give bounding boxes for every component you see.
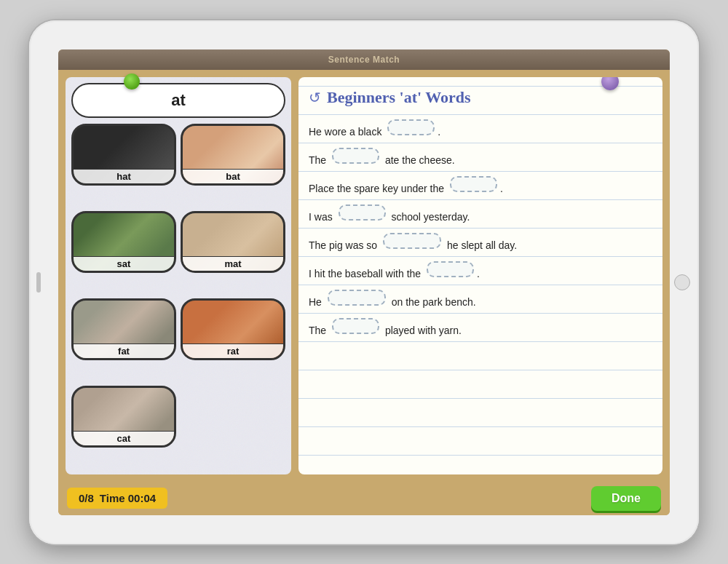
sentence-6-text-before: I hit the baseball with the	[309, 267, 424, 282]
refresh-icon[interactable]: ↺	[309, 89, 321, 106]
sentence-4-blank[interactable]	[339, 204, 386, 221]
sentence-1-text-before: He wore a black	[309, 125, 384, 140]
main-content: at hat bat sat mat	[58, 70, 670, 482]
sentence-6-text-after: .	[477, 267, 480, 282]
sentence-row-4: I was school yesterday.	[309, 202, 652, 230]
word-tile-cat[interactable]: cat	[71, 386, 176, 448]
sentence-3-text-before: Place the spare key under the	[309, 182, 447, 196]
sentence-row-6: I hit the baseball with the .	[309, 258, 652, 287]
featured-word-card[interactable]: at	[71, 83, 285, 118]
sentence-8-text-after: played with yarn.	[382, 324, 462, 338]
timer-label: Time 00:04	[100, 492, 156, 504]
word-tile-rat[interactable]: rat	[181, 298, 285, 360]
word-tile-bat-label: bat	[183, 169, 283, 183]
sentence-row-5: The pig was so he slept all day.	[309, 230, 652, 258]
word-tile-fat[interactable]: fat	[71, 298, 176, 360]
left-panel: at hat bat sat mat	[66, 77, 291, 474]
ipad-home-button[interactable]	[674, 274, 690, 290]
sentence-6-blank[interactable]	[427, 261, 474, 277]
sentence-7-text-after: on the park bench.	[389, 295, 476, 310]
sentence-5-blank[interactable]	[383, 233, 441, 249]
sentence-row-3: Place the spare key under the .	[309, 173, 652, 202]
sentence-2-text-after: ate the cheese.	[382, 154, 455, 168]
sentence-row-8: The played with yarn.	[309, 315, 652, 343]
done-button[interactable]: Done	[591, 486, 661, 511]
sentence-5-text-before: The pig was so	[309, 239, 380, 253]
word-tile-bat[interactable]: bat	[181, 124, 285, 186]
bottom-bar: 0/8 Time 00:04 Done	[58, 482, 670, 515]
sentence-5-text-after: he slept all day.	[444, 239, 517, 253]
panel-title-row: ↺ Beginners 'at' Words	[309, 84, 652, 111]
sentence-8-text-before: The	[309, 324, 329, 338]
sentence-row-1: He wore a black .	[309, 116, 652, 145]
green-pin-decoration	[124, 74, 140, 90]
sentence-2-blank[interactable]	[332, 148, 379, 164]
word-tile-grid: hat bat sat mat fat rat	[71, 124, 285, 469]
word-tile-hat-label: hat	[74, 169, 174, 183]
word-tile-sat-label: sat	[74, 256, 174, 271]
sentence-1-blank[interactable]	[387, 119, 435, 135]
featured-word-label: at	[171, 91, 186, 110]
sentence-row-7: He on the park bench.	[309, 287, 652, 315]
sentence-list: He wore a black . The ate the cheese. Pl…	[309, 116, 652, 343]
ipad-screen: Sentence Match at hat bat	[58, 49, 670, 515]
word-tile-hat[interactable]: hat	[71, 124, 176, 186]
word-tile-fat-label: fat	[74, 343, 174, 358]
sentence-8-blank[interactable]	[332, 318, 379, 334]
sentence-3-blank[interactable]	[450, 176, 497, 192]
score-label: 0/8	[79, 492, 94, 504]
sentence-3-text-after: .	[500, 182, 503, 196]
sentence-1-text-after: .	[438, 125, 440, 140]
word-tile-sat[interactable]: sat	[71, 211, 176, 273]
word-tile-mat-label: mat	[183, 256, 283, 271]
right-panel: ↺ Beginners 'at' Words He wore a black .…	[298, 77, 662, 474]
word-tile-cat-label: cat	[74, 431, 174, 445]
word-tile-mat[interactable]: mat	[181, 211, 285, 273]
score-timer-display: 0/8 Time 00:04	[67, 488, 167, 509]
title-bar: Sentence Match	[58, 49, 670, 70]
panel-title: Beginners 'at' Words	[327, 88, 471, 107]
ipad-side-button[interactable]	[36, 272, 41, 293]
word-tile-rat-label: rat	[183, 343, 283, 358]
sentence-4-text-after: school yesterday.	[389, 210, 470, 225]
sentence-7-blank[interactable]	[328, 290, 386, 306]
sentence-2-text-before: The	[309, 154, 329, 168]
sentence-7-text-before: He	[309, 295, 325, 310]
sentence-4-text-before: I was	[309, 210, 336, 225]
ipad-device: Sentence Match at hat bat	[29, 20, 699, 544]
sentence-row-2: The ate the cheese.	[309, 145, 652, 173]
app-title: Sentence Match	[328, 55, 400, 65]
